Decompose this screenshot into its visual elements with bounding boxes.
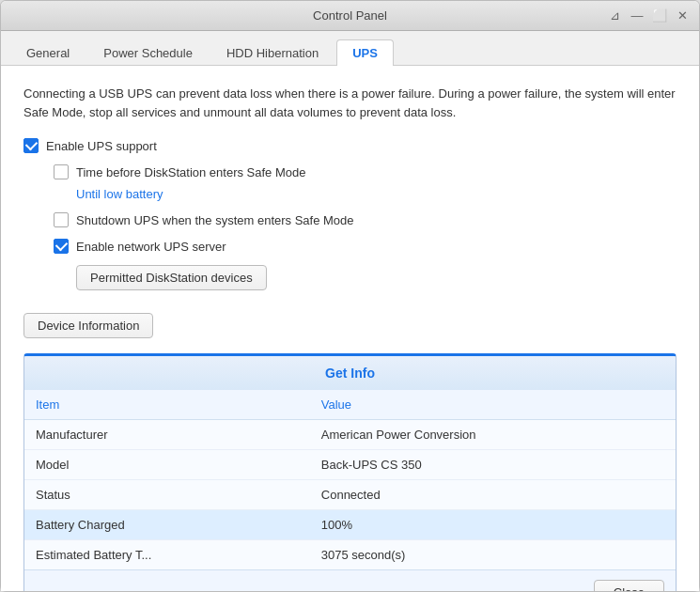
maximize-button[interactable]: ⬜ bbox=[652, 8, 667, 23]
description-text: Connecting a USB UPS can prevent data lo… bbox=[23, 85, 677, 121]
popup-title: Get Info bbox=[24, 356, 676, 390]
row-model-value: Back-UPS CS 350 bbox=[310, 450, 676, 480]
shutdown-ups-row: Shutdown UPS when the system enters Safe… bbox=[54, 212, 677, 227]
minimize-button[interactable]: — bbox=[630, 8, 645, 23]
table-row: Status Connected bbox=[24, 480, 676, 510]
window-controls: ⊿ — ⬜ ✕ bbox=[607, 8, 690, 23]
title-bar: Control Panel ⊿ — ⬜ ✕ bbox=[1, 1, 699, 31]
enable-ups-label: Enable UPS support bbox=[46, 139, 157, 153]
enable-network-row: Enable network UPS server bbox=[54, 239, 677, 254]
table-row: Model Back-UPS CS 350 bbox=[24, 450, 676, 480]
close-button[interactable]: ✕ bbox=[675, 8, 690, 23]
content-area: Connecting a USB UPS can prevent data lo… bbox=[1, 66, 699, 591]
enable-ups-row: Enable UPS support bbox=[23, 138, 677, 153]
permitted-btn-row: Permitted DiskStation devices bbox=[76, 265, 677, 290]
pin-button[interactable]: ⊿ bbox=[607, 8, 622, 23]
tab-general[interactable]: General bbox=[10, 39, 86, 66]
info-table: Item Value Manufacturer American Power C… bbox=[24, 390, 676, 569]
col-header-value: Value bbox=[310, 390, 676, 420]
tab-hdd-hibernation[interactable]: HDD Hibernation bbox=[210, 39, 334, 66]
shutdown-ups-label: Shutdown UPS when the system enters Safe… bbox=[76, 213, 354, 227]
row-status-value: Connected bbox=[310, 480, 676, 510]
permitted-diskstation-button[interactable]: Permitted DiskStation devices bbox=[76, 265, 267, 290]
device-information-button[interactable]: Device Information bbox=[23, 313, 153, 338]
enable-network-checkbox[interactable] bbox=[54, 239, 69, 254]
time-before-row: Time before DiskStation enters Safe Mode bbox=[54, 164, 677, 179]
get-info-popup: Get Info Item Value Manufacturer America… bbox=[23, 353, 677, 591]
tab-bar: General Power Schedule HDD Hibernation U… bbox=[1, 31, 699, 66]
row-status-item: Status bbox=[24, 480, 310, 510]
enable-network-label: Enable network UPS server bbox=[76, 240, 226, 254]
table-row: Battery Charged 100% bbox=[24, 510, 676, 540]
row-battery-item: Battery Charged bbox=[24, 510, 310, 540]
until-low-battery-row: Until low battery bbox=[76, 187, 677, 201]
row-manufacturer-value: American Power Conversion bbox=[310, 420, 676, 450]
popup-footer: Close bbox=[24, 569, 676, 591]
until-low-battery-link[interactable]: Until low battery bbox=[76, 187, 163, 201]
time-before-label: Time before DiskStation enters Safe Mode bbox=[76, 165, 305, 179]
row-estimated-value: 3075 second(s) bbox=[310, 540, 676, 570]
table-row: Manufacturer American Power Conversion bbox=[24, 420, 676, 450]
shutdown-ups-checkbox[interactable] bbox=[54, 212, 69, 227]
tab-power-schedule[interactable]: Power Schedule bbox=[87, 39, 209, 66]
row-estimated-item: Estimated Battery T... bbox=[24, 540, 310, 570]
tab-ups[interactable]: UPS bbox=[336, 39, 394, 66]
enable-ups-checkbox[interactable] bbox=[23, 138, 39, 153]
row-battery-value: 100% bbox=[310, 510, 676, 540]
table-row: Estimated Battery T... 3075 second(s) bbox=[24, 540, 676, 570]
close-button[interactable]: Close bbox=[594, 580, 664, 591]
time-before-checkbox[interactable] bbox=[54, 164, 69, 179]
row-manufacturer-item: Manufacturer bbox=[24, 420, 310, 450]
main-window: Control Panel ⊿ — ⬜ ✕ General Power Sche… bbox=[0, 0, 700, 592]
col-header-item: Item bbox=[24, 390, 310, 420]
row-model-item: Model bbox=[24, 450, 310, 480]
window-title: Control Panel bbox=[313, 8, 387, 23]
